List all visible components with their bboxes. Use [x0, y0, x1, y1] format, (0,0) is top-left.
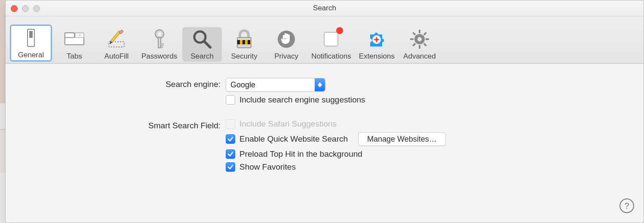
checkbox-checked-icon [226, 134, 235, 144]
svg-text:+: + [79, 33, 81, 37]
help-button[interactable]: ? [619, 198, 634, 213]
check-label: Include Safari Suggestions [239, 119, 337, 129]
select-arrows-icon [315, 78, 325, 91]
check-label: Include search engine suggestions [239, 95, 365, 105]
tab-tabs[interactable]: + Tabs [55, 27, 94, 62]
tab-advanced[interactable]: Advanced [400, 27, 439, 62]
tab-label: Notifications [311, 52, 351, 61]
tab-label: Tabs [67, 52, 82, 61]
tab-passwords[interactable]: Passwords [139, 27, 180, 62]
checkbox-icon [226, 95, 235, 105]
check-show-favorites[interactable]: Show Favorites [226, 162, 446, 172]
tab-security[interactable]: Security [224, 27, 264, 62]
tab-label: AutoFill [104, 52, 129, 61]
check-label: Show Favorites [239, 162, 296, 172]
puzzle-icon [366, 29, 387, 50]
titlebar[interactable]: Search [6, 0, 644, 16]
tabs-icon: + [64, 29, 85, 50]
search-engine-select[interactable]: Google [226, 78, 325, 92]
row-smart-search: Smart Search Field: Include Safari Sugge… [6, 119, 644, 172]
label-search-engine: Search engine: [6, 78, 226, 89]
check-label: Preload Top Hit in the background [239, 149, 362, 159]
svg-rect-1 [29, 31, 33, 38]
tab-label: Search [190, 52, 214, 61]
label-smart-search: Smart Search Field: [6, 119, 226, 130]
check-safari-suggestions: Include Safari Suggestions [226, 119, 446, 129]
svg-point-31 [417, 37, 422, 41]
svg-rect-17 [242, 40, 245, 44]
prefs-window: Search General + Tabs AutoFill [0, 0, 644, 223]
lock-icon [234, 29, 255, 50]
check-preload-top-hit[interactable]: Preload Top Hit in the background [226, 149, 446, 159]
tab-label: Security [231, 52, 257, 61]
tab-search[interactable]: Search [182, 27, 222, 62]
tab-label: Extensions [359, 52, 395, 61]
prefs-toolbar: General + Tabs AutoFill Passwords [6, 16, 644, 64]
hand-icon [276, 29, 297, 50]
svg-rect-23 [419, 30, 420, 33]
tab-privacy[interactable]: Privacy [267, 27, 306, 62]
checkbox-checked-icon [226, 149, 235, 159]
svg-rect-26 [426, 38, 429, 40]
notifications-icon [321, 29, 341, 50]
svg-line-13 [204, 41, 210, 47]
tab-label: General [18, 51, 44, 59]
svg-rect-25 [410, 38, 414, 40]
svg-rect-20 [324, 32, 338, 46]
content-area: Search engine: Google Include search eng… [6, 66, 644, 223]
svg-rect-27 [423, 32, 426, 35]
checkbox-icon [226, 119, 235, 129]
key-icon [149, 29, 170, 50]
svg-point-8 [158, 32, 161, 36]
select-value: Google [226, 81, 255, 90]
svg-rect-28 [412, 43, 416, 46]
prefs-panel: Search General + Tabs AutoFill [5, 0, 644, 223]
check-include-suggestions[interactable]: Include search engine suggestions [226, 95, 365, 105]
check-quick-website[interactable]: Enable Quick Website Search [226, 134, 348, 144]
svg-rect-3 [65, 33, 74, 37]
notification-badge [336, 27, 343, 34]
search-icon [192, 29, 212, 50]
tab-extensions[interactable]: Extensions [356, 27, 397, 62]
tab-label: Passwords [141, 52, 177, 61]
row-search-engine: Search engine: Google Include search eng… [6, 78, 644, 105]
checkbox-checked-icon [226, 162, 235, 172]
window-title: Search [6, 4, 644, 12]
svg-rect-24 [419, 45, 420, 49]
tab-notifications[interactable]: Notifications [309, 27, 354, 62]
manage-websites-button[interactable]: Manage Websites… [358, 132, 446, 146]
autofill-icon [106, 29, 127, 50]
check-label: Enable Quick Website Search [239, 134, 348, 144]
svg-rect-16 [237, 40, 240, 44]
svg-rect-29 [412, 32, 416, 35]
svg-rect-11 [161, 46, 163, 48]
tab-general[interactable]: General [10, 25, 52, 62]
tab-label: Advanced [403, 52, 436, 61]
svg-rect-9 [158, 37, 161, 48]
gear-icon [409, 29, 430, 50]
svg-rect-30 [423, 43, 426, 46]
general-icon [21, 28, 41, 48]
tab-autofill[interactable]: AutoFill [97, 27, 136, 62]
svg-rect-10 [161, 43, 163, 45]
svg-rect-18 [248, 40, 250, 44]
tab-label: Privacy [274, 52, 298, 61]
